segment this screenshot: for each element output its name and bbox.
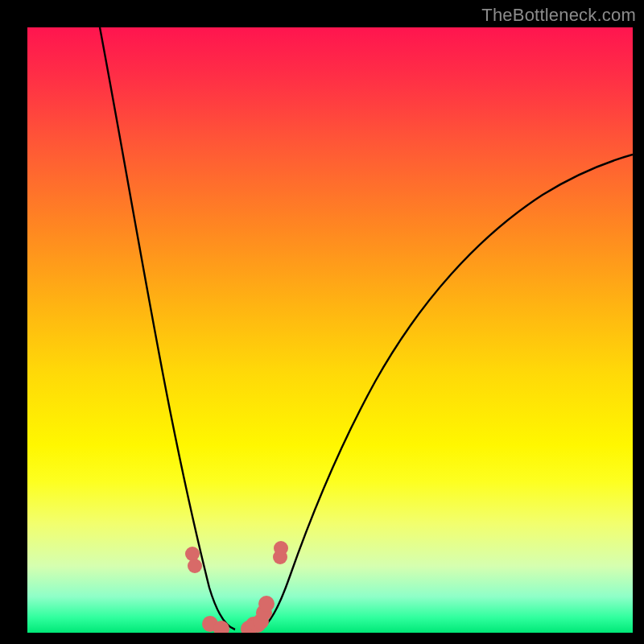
chart-frame: TheBottleneck.com bbox=[0, 0, 644, 644]
watermark-text: TheBottleneck.com bbox=[481, 5, 636, 26]
plot-area bbox=[27, 27, 633, 633]
marker-dot bbox=[185, 547, 200, 561]
marker-dot bbox=[188, 559, 202, 573]
marker-dot bbox=[274, 541, 288, 555]
left-curve bbox=[100, 27, 235, 630]
marker-dot bbox=[258, 596, 275, 612]
right-curve bbox=[259, 155, 633, 630]
curve-layer bbox=[27, 27, 633, 633]
